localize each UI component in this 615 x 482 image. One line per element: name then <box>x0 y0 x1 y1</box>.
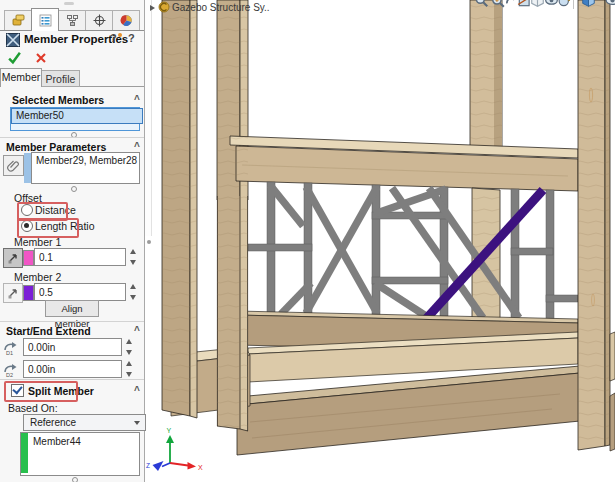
member1-label: Member 1 <box>14 236 61 248</box>
tab-displaymanager[interactable] <box>112 10 140 30</box>
assembly-icon <box>158 1 170 13</box>
paperclip-icon <box>7 159 20 172</box>
list-item[interactable]: Member44 <box>33 436 81 447</box>
member-parameters-value: Member29, Member28 <box>32 153 139 166</box>
y-axis-label: Y <box>167 427 172 434</box>
resize-grip[interactable] <box>71 186 77 192</box>
radio-distance[interactable] <box>21 204 33 216</box>
divider <box>0 137 144 138</box>
x-axis <box>170 463 188 466</box>
featuremanager-tree-icon <box>12 14 25 27</box>
tree-expand-arrow[interactable] <box>150 5 155 11</box>
start-extend-spinner[interactable] <box>124 339 133 355</box>
hide-show-items-icon[interactable] <box>544 0 559 8</box>
whats-new-star <box>118 33 122 37</box>
tab-featuremanager[interactable] <box>4 10 32 30</box>
dimxpertmanager-icon <box>93 14 106 27</box>
member1-select-button[interactable] <box>3 248 23 268</box>
selected-members-header: Selected Members <box>12 94 104 106</box>
member2-color-swatch <box>23 285 34 301</box>
corner-post[interactable] <box>162 0 197 418</box>
zoom-to-area-icon[interactable] <box>490 0 505 8</box>
toolbar-separator <box>573 0 574 9</box>
panel-handle[interactable] <box>64 2 74 5</box>
y-arrowhead <box>166 435 174 443</box>
tab-configurationmanager[interactable] <box>58 10 86 30</box>
adjacent-bay-wood[interactable] <box>610 332 615 451</box>
tab-propertymanager[interactable] <box>31 8 59 31</box>
property-manager-panel: Member Properties ? ? Member Profile Sel… <box>0 0 145 482</box>
x-axis-label: X <box>198 464 203 471</box>
end-extend-icon: D2 <box>3 362 19 378</box>
divider <box>0 321 144 322</box>
member1-spinner[interactable] <box>128 249 137 265</box>
callout-color-bar <box>24 153 31 183</box>
offset-label: Offset <box>14 192 42 204</box>
based-on-label: Based On: <box>8 402 58 414</box>
display-style-icon[interactable] <box>530 0 545 8</box>
ok-button[interactable] <box>7 50 22 65</box>
member1-value-input[interactable] <box>34 248 126 266</box>
select-member-icon <box>7 252 19 264</box>
tab-dimxpertmanager[interactable] <box>85 10 113 30</box>
radio-length-ratio-label[interactable]: Length Ratio <box>35 220 95 232</box>
split-member-checkbox[interactable] <box>11 384 24 397</box>
orientation-triad: Y X Z <box>146 427 203 471</box>
start-extend-input[interactable] <box>23 338 122 356</box>
resize-grip[interactable] <box>72 477 78 482</box>
zoom-to-fit-icon[interactable] <box>474 0 489 8</box>
visibility-icon[interactable] <box>605 0 615 8</box>
collapse-chevron[interactable]: ^ <box>131 141 143 152</box>
tab-profile[interactable]: Profile <box>41 70 80 87</box>
propertymanager-icon <box>39 14 52 27</box>
member2-label: Member 2 <box>14 271 61 283</box>
member-parameters-box[interactable]: Member29, Member28 <box>31 152 140 184</box>
end-extend-input[interactable] <box>23 360 122 378</box>
split-member-header[interactable]: Split Member <box>28 385 94 397</box>
left-post-lower[interactable] <box>217 4 248 431</box>
view-orientation-icon[interactable] <box>581 0 596 8</box>
end-extend-spinner[interactable] <box>124 361 133 377</box>
member2-value-input[interactable] <box>34 283 126 301</box>
collapse-chevron[interactable]: ^ <box>131 94 143 105</box>
selected-members-listbox[interactable]: Member50 <box>10 107 140 131</box>
collapse-chevron[interactable]: ^ <box>131 325 143 336</box>
check-mark <box>12 384 22 395</box>
link-members-button[interactable] <box>3 155 24 176</box>
align-member-button[interactable]: Align Member <box>45 300 99 317</box>
dropdown-value: Reference <box>30 417 76 428</box>
gazebo-structure-model[interactable]: Y X Z <box>145 0 615 482</box>
tab-member[interactable]: Member <box>0 68 42 87</box>
select-member-icon <box>7 287 19 299</box>
member-properties-icon <box>6 33 20 47</box>
x-arrowhead <box>188 462 197 470</box>
begin-extend-icon: D1 <box>3 340 19 356</box>
radio-distance-label[interactable]: Distance <box>35 204 76 216</box>
help-icon[interactable]: ? <box>128 32 135 44</box>
wall-stud[interactable] <box>470 0 502 152</box>
cancel-button[interactable] <box>35 52 47 64</box>
svg-text:D2: D2 <box>6 372 13 378</box>
graphics-viewport[interactable]: Y X Z Gazebo Structure Sy.. <box>145 0 615 482</box>
collapse-chevron[interactable]: ^ <box>131 385 143 396</box>
displaymanager-icon <box>120 14 133 27</box>
feature-tree-label[interactable]: Gazebo Structure Sy.. <box>172 2 270 13</box>
configurationmanager-icon <box>66 14 79 27</box>
z-axis-label: Z <box>146 462 150 469</box>
based-on-dropdown[interactable]: Reference <box>23 414 146 431</box>
start-end-extend-header: Start/End Extend <box>6 325 91 337</box>
divider <box>0 379 144 380</box>
radio-length-ratio[interactable] <box>21 220 33 232</box>
member2-select-button[interactable] <box>3 283 23 303</box>
whats-new-icon[interactable]: ? <box>110 32 117 44</box>
member2-spinner[interactable] <box>128 284 137 300</box>
splitter-grip[interactable] <box>147 240 151 244</box>
list-item[interactable]: Member50 <box>11 108 143 124</box>
split-members-listbox[interactable]: Member44 <box>20 432 140 476</box>
top-rail[interactable] <box>230 136 578 191</box>
panel-splitter[interactable] <box>145 0 152 236</box>
svg-text:D1: D1 <box>6 350 13 356</box>
edit-appearance-icon[interactable] <box>558 0 573 8</box>
right-post[interactable] <box>578 0 610 450</box>
radio-selected-dot <box>24 223 29 228</box>
